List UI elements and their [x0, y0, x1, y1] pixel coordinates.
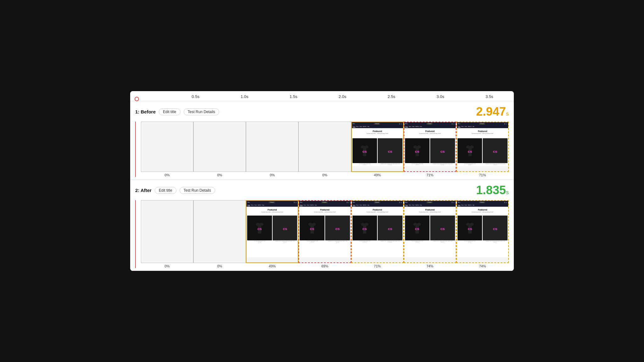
red-line-after [135, 200, 136, 268]
film-cell-4: Menu S Search ☰ 🛒 Home Shirts Fitted Web… [351, 122, 404, 177]
svg-text:CS: CS [388, 150, 392, 153]
tick-3: 2.0s [318, 94, 367, 99]
timeline-dot [135, 97, 139, 101]
film-frame-5[interactable]: Menu S Search ☰ 🛒 Home Shirts Fitted Web… [404, 122, 456, 172]
film-label-5: 74% [426, 264, 433, 268]
film-frame-1[interactable] [193, 200, 246, 263]
main-container: 0.5s 1.0s 1.5s 2.0s 2.5s 3.0s 3.5s 1: Be… [130, 91, 514, 271]
svg-text:CS: CS [468, 227, 472, 231]
red-line-before [135, 122, 136, 177]
timeline-header: 0.5s 1.0s 1.5s 2.0s 2.5s 3.0s 3.5s [130, 91, 514, 101]
tick-2: 1.5s [269, 94, 318, 99]
film-label-3: 0% [322, 173, 327, 177]
tick-4: 2.5s [367, 94, 416, 99]
film-label-1: 0% [217, 264, 222, 268]
film-label-2: 49% [269, 264, 276, 268]
score-before: 2.947s [476, 105, 509, 118]
svg-text:CS: CS [441, 150, 445, 153]
film-frame-1[interactable] [193, 122, 246, 172]
section-before-header: 1: Before Edit title Test Run Details 2.… [135, 105, 509, 118]
test-run-button-after[interactable]: Test Run Details [180, 187, 215, 194]
film-label-0: 0% [165, 173, 170, 177]
film-label-5: 71% [426, 173, 433, 177]
filmstrip-after: 0%0% Menu S Search ☰ 🛒 Home Shirts Fitte… [135, 200, 509, 268]
section-before-label: 1: Before [135, 109, 156, 114]
filmstrip-before: 0%0%0%0% Menu S Search ☰ 🛒 Home Shirts F… [135, 122, 509, 177]
film-frame-0[interactable] [141, 200, 193, 263]
film-cell-1: 0% [193, 200, 246, 268]
film-frame-0[interactable] [141, 122, 193, 172]
red-line-after-container [135, 200, 141, 268]
film-frame-4[interactable]: Menu S Search ☰ 🛒 Home Shirts Fitted Web… [351, 200, 404, 263]
svg-text:CS: CS [388, 227, 392, 231]
film-cell-4: Menu S Search ☰ 🛒 Home Shirts Fitted Web… [351, 200, 404, 268]
film-frame-6[interactable]: Menu S Search ☰ 🛒 Home Shirts Fitted Web… [456, 122, 509, 172]
film-label-3: 69% [321, 264, 328, 268]
edit-title-button-after[interactable]: Edit title [155, 187, 176, 194]
tick-1: 1.0s [220, 94, 269, 99]
film-frame-2[interactable]: Menu S Search ☰ 🛒 Home Shirts Fitted Web… [246, 200, 298, 263]
svg-text:CS: CS [468, 150, 472, 153]
section-before: 1: Before Edit title Test Run Details 2.… [130, 101, 514, 180]
film-label-2: 0% [270, 173, 275, 177]
tick-0: 0.5s [171, 94, 220, 99]
film-cell-2: 0% [246, 122, 298, 177]
svg-text:CS: CS [363, 150, 367, 153]
tick-5: 3.0s [416, 94, 465, 99]
tick-6: 3.5s [465, 94, 514, 99]
film-frame-2[interactable] [246, 122, 298, 172]
svg-text:CS: CS [283, 227, 287, 231]
film-label-4: 71% [374, 264, 381, 268]
film-cell-5: Menu S Search ☰ 🛒 Home Shirts Fitted Web… [404, 200, 456, 268]
film-label-4: 49% [374, 173, 381, 177]
film-label-1: 0% [217, 173, 222, 177]
film-frame-3[interactable] [298, 122, 351, 172]
section-after-label: 2: After [135, 188, 152, 193]
film-label-0: 0% [165, 264, 170, 268]
film-cell-0: 0% [141, 200, 193, 268]
section-after-header: 2: After Edit title Test Run Details 1.8… [135, 184, 509, 197]
film-cell-0: 0% [141, 122, 193, 177]
svg-text:CS: CS [415, 227, 419, 231]
film-cell-2: Menu S Search ☰ 🛒 Home Shirts Fitted Web… [246, 200, 298, 268]
film-cell-6: Menu S Search ☰ 🛒 Home Shirts Fitted Web… [456, 122, 509, 177]
film-cell-5: Menu S Search ☰ 🛒 Home Shirts Fitted Web… [404, 122, 456, 177]
film-cell-6: Menu S Search ☰ 🛒 Home Shirts Fitted Web… [456, 200, 509, 268]
score-after: 1.835s [476, 184, 509, 197]
svg-text:CS: CS [258, 227, 262, 231]
svg-text:CS: CS [493, 227, 497, 231]
test-run-button-before[interactable]: Test Run Details [184, 108, 219, 115]
edit-title-button-before[interactable]: Edit title [159, 108, 180, 115]
film-frame-3[interactable]: Menu S Search ☰ 🛒 Home Shirts Fitted Web… [298, 200, 351, 263]
svg-text:CS: CS [336, 227, 340, 231]
film-frame-5[interactable]: Menu S Search ☰ 🛒 Home Shirts Fitted Web… [404, 200, 456, 263]
film-cell-3: Menu S Search ☰ 🛒 Home Shirts Fitted Web… [298, 200, 351, 268]
red-line-before-container [135, 122, 141, 177]
film-label-6: 71% [479, 173, 486, 177]
svg-text:CS: CS [493, 150, 497, 153]
film-cell-3: 0% [298, 122, 351, 177]
film-label-6: 74% [479, 264, 486, 268]
svg-text:CS: CS [310, 227, 314, 231]
film-frame-6[interactable]: Menu S Search ☰ 🛒 Home Shirts Fitted Web… [456, 200, 509, 263]
film-frame-4[interactable]: Menu S Search ☰ 🛒 Home Shirts Fitted Web… [351, 122, 404, 172]
section-after: 2: After Edit title Test Run Details 1.8… [130, 180, 514, 271]
film-cell-1: 0% [193, 122, 246, 177]
svg-text:CS: CS [441, 227, 445, 231]
svg-text:CS: CS [363, 227, 367, 231]
svg-text:CS: CS [415, 150, 419, 153]
